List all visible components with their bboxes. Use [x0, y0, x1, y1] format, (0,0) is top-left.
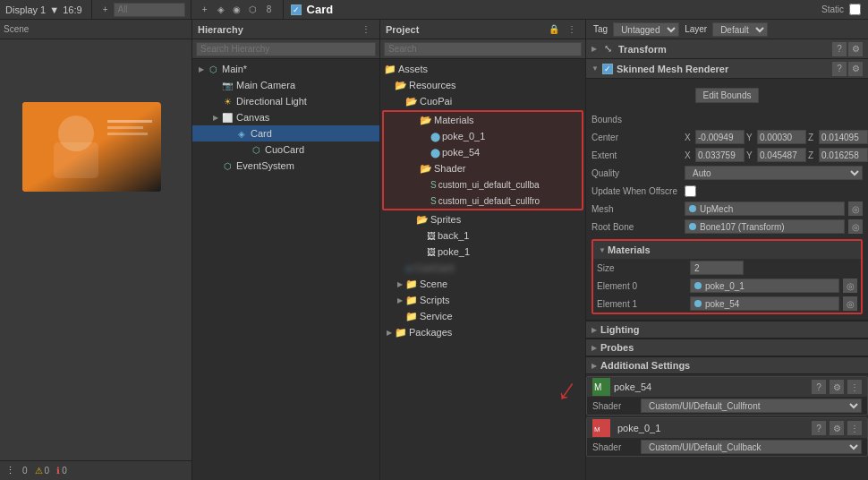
- eventsystem-icon: ⬡: [221, 159, 234, 172]
- tag-select[interactable]: Untagged: [613, 22, 679, 37]
- asset-file-shader1[interactable]: S custom_ui_default_cullba: [384, 176, 582, 193]
- mat-poke01-menu-btn[interactable]: ⋮: [847, 421, 862, 435]
- asset-file-poke1[interactable]: 🖼 poke_1: [380, 244, 585, 260]
- smr-settings-btn[interactable]: ⚙: [848, 62, 863, 76]
- static-checkbox[interactable]: [849, 4, 861, 15]
- element1-ref[interactable]: poke_54: [690, 296, 839, 311]
- tree-item-eventsystem[interactable]: ⬡ EventSystem: [192, 158, 379, 174]
- center-y-input[interactable]: [757, 130, 806, 144]
- mat-poke54-shader-select[interactable]: Custom/UI/Default_Cullfront: [641, 399, 862, 413]
- root-bone-dot: [689, 223, 696, 230]
- poke01-icon: ⬤: [430, 132, 440, 141]
- edit-bounds-button[interactable]: Edit Bounds: [695, 88, 760, 103]
- asset-plus-icon[interactable]: +: [198, 3, 212, 17]
- smr-arrow: ▼: [591, 64, 599, 73]
- asset-folder-shader[interactable]: 📂 Shader: [384, 160, 582, 176]
- root-bone-pick-btn[interactable]: ◎: [848, 219, 863, 234]
- hierarchy-header-icons: ⋮: [358, 22, 374, 37]
- tree-item-cuocard[interactable]: ⬡ CuoCard: [192, 141, 379, 158]
- asset-folder-assets[interactable]: 📁 Assets: [380, 61, 585, 77]
- element0-dot: [694, 282, 702, 289]
- smr-active-checkbox[interactable]: ✓: [602, 64, 613, 74]
- skinned-mesh-header[interactable]: ▼ ✓ Skinned Mesh Renderer ? ⚙: [586, 59, 868, 79]
- poke54-label: poke_54: [442, 147, 480, 158]
- asset-folder-scripts[interactable]: ▶ 📁 Scripts: [380, 292, 585, 308]
- asset-icon-3[interactable]: ⬡: [246, 3, 260, 17]
- scene-folder-icon: 📁: [405, 279, 418, 290]
- bounds-label-row: Bounds: [591, 110, 863, 128]
- asset-folder-packages[interactable]: ▶ 📁 Packages: [380, 324, 585, 340]
- smr-help-btn[interactable]: ?: [832, 62, 847, 76]
- mat-poke01-shader-select[interactable]: Custom/UI/Default_Cullback: [641, 440, 862, 454]
- center-z-input[interactable]: [819, 130, 868, 144]
- tree-item-directional-light[interactable]: ☀ Directional Light: [192, 93, 379, 109]
- asset-icon-1[interactable]: ◈: [214, 3, 228, 17]
- mat-poke54-settings-btn[interactable]: ⚙: [830, 380, 844, 394]
- asset-file-poke01[interactable]: ⬤ poke_0_1: [384, 128, 582, 144]
- hierarchy-menu-icon[interactable]: ⋮: [359, 22, 373, 37]
- asset-lock-icon[interactable]: 🔒: [547, 22, 561, 37]
- inspector-body: ▶ ⤡ Transform ? ⚙ ▼ ✓ Skinned Mesh Rende…: [586, 39, 868, 480]
- mat-size-input[interactable]: [690, 261, 744, 275]
- asset-icon-2[interactable]: ◉: [230, 3, 244, 17]
- element1-pick-btn[interactable]: ◎: [843, 296, 857, 311]
- root-bone-ref[interactable]: Bone107 (Transform): [685, 219, 845, 234]
- hierarchy-search-field[interactable]: [196, 42, 376, 56]
- asset-folder-service[interactable]: 📁 Service: [380, 308, 585, 324]
- tree-item-canvas[interactable]: ▶ ⬜ Canvas: [192, 109, 379, 125]
- smr-actions: ? ⚙: [832, 62, 863, 76]
- mesh-pick-btn[interactable]: ◎: [848, 201, 863, 216]
- asset-folder-cuopai[interactable]: 📂 CuoPai: [380, 93, 585, 109]
- element0-ref[interactable]: poke_0_1: [690, 279, 839, 293]
- extent-z-input[interactable]: [819, 148, 868, 162]
- tag-label: Tag: [593, 24, 608, 34]
- scene-more-icon[interactable]: ⋮: [5, 465, 15, 476]
- asset-folder-materials[interactable]: 📂 Materials: [384, 112, 582, 128]
- hierarchy-plus-icon[interactable]: +: [98, 3, 113, 17]
- lighting-section[interactable]: ▶ Lighting: [586, 321, 868, 339]
- additional-settings-section[interactable]: ▶ Additional Settings: [586, 356, 868, 374]
- asset-file-shader2[interactable]: S custom_ui_default_cullfro: [384, 193, 582, 209]
- asset-menu-icon[interactable]: ⋮: [565, 22, 579, 37]
- transform-header[interactable]: ▶ ⤡ Transform ? ⚙: [586, 39, 868, 59]
- transform-help-btn[interactable]: ?: [832, 42, 847, 56]
- quality-select[interactable]: Auto: [685, 166, 863, 180]
- hierarchy-search-input[interactable]: [114, 3, 185, 17]
- tree-item-main-camera[interactable]: 📷 Main Camera: [192, 77, 379, 93]
- obj-active-checkbox[interactable]: ✓: [291, 4, 302, 15]
- asset-search-input[interactable]: [384, 42, 582, 56]
- mat-poke54-header: M poke_54 ? ⚙ ⋮: [587, 377, 867, 397]
- asset-file-poke54[interactable]: ⬤ poke_54: [384, 144, 582, 160]
- center-x-input[interactable]: [695, 130, 745, 144]
- probes-section[interactable]: ▶ Probes: [586, 339, 868, 356]
- asset-icon-4[interactable]: 8: [262, 3, 277, 17]
- scene-view[interactable]: [0, 39, 191, 460]
- main-icon: ⬡: [207, 63, 219, 75]
- center-coords: X Y Z: [685, 130, 868, 144]
- hierarchy-search-bar: [192, 39, 379, 59]
- asset-file-cuocard[interactable]: ◈ CuoCard: [380, 260, 585, 276]
- mat-poke54-help-btn[interactable]: ?: [812, 380, 826, 394]
- tree-item-main[interactable]: ▶ ⬡ Main*: [192, 61, 379, 77]
- mat-poke54-menu-btn[interactable]: ⋮: [847, 380, 862, 394]
- asset-folder-sprites[interactable]: 📂 Sprites: [380, 211, 585, 227]
- scene-folder-label: Scene: [420, 279, 447, 289]
- element0-value: poke_0_1: [705, 281, 745, 291]
- card-label: Card: [251, 128, 272, 139]
- mat-poke01-help-btn[interactable]: ?: [812, 421, 826, 435]
- asset-file-back1[interactable]: 🖼 back_1: [380, 227, 585, 244]
- asset-folder-resources[interactable]: 📂 Resources: [380, 77, 585, 93]
- extent-x-input[interactable]: [695, 148, 745, 162]
- layer-select[interactable]: Default: [712, 22, 768, 37]
- asset-folder-scene[interactable]: ▶ 📁 Scene: [380, 276, 585, 292]
- element0-pick-btn[interactable]: ◎: [843, 279, 857, 293]
- update-checkbox[interactable]: [685, 185, 696, 197]
- tree-item-card[interactable]: ◈ Card: [192, 125, 379, 141]
- mat-poke01-settings-btn[interactable]: ⚙: [830, 421, 844, 435]
- extent-x-label: X: [685, 150, 694, 160]
- center-z-label: Z: [808, 133, 817, 142]
- extent-y-input[interactable]: [757, 148, 806, 162]
- probes-title: Probes: [600, 342, 634, 353]
- mesh-ref[interactable]: UpMech: [685, 201, 845, 216]
- transform-settings-btn[interactable]: ⚙: [848, 42, 863, 56]
